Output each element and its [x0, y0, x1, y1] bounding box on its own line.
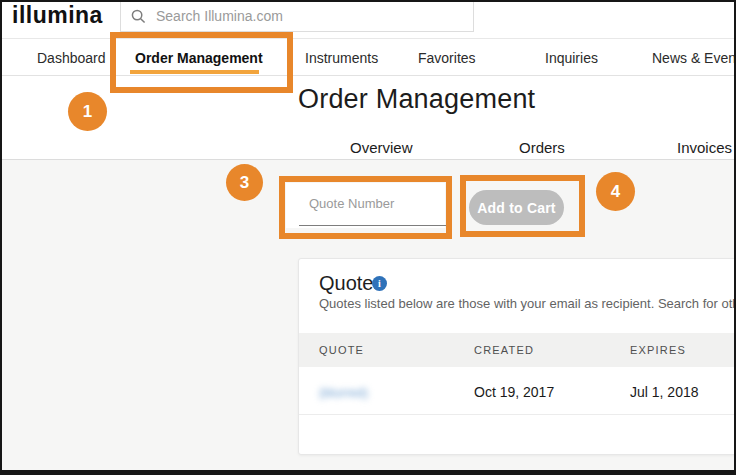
tab-overview[interactable]: Overview [350, 139, 413, 156]
column-header-expires: EXPIRES [630, 344, 686, 356]
search-placeholder: Search Illumina.com [156, 8, 283, 24]
annotation-box-add-to-cart [460, 175, 585, 237]
annotation-callout-4: 4 [596, 172, 635, 211]
tab-orders[interactable]: Orders [519, 139, 565, 156]
nav-item-inquiries[interactable]: Inquiries [545, 50, 598, 66]
expires-date-cell: Jul 1, 2018 [630, 384, 699, 400]
quotes-card-subtitle: Quotes listed below are those with your … [319, 296, 736, 311]
illumina-logo: illumina [12, 2, 103, 29]
page-title: Order Management [298, 84, 535, 115]
created-date-cell: Oct 19, 2017 [474, 384, 554, 400]
annotation-callout-1: 1 [68, 92, 107, 131]
search-icon [131, 9, 146, 24]
column-header-created: CREATED [474, 344, 534, 356]
info-icon[interactable]: i [372, 276, 387, 291]
nav-item-news-events[interactable]: News & Events [652, 50, 736, 66]
column-header-quote: QUOTE [319, 344, 364, 356]
tab-invoices[interactable]: Invoices [677, 139, 732, 156]
search-input[interactable]: Search Illumina.com [120, 0, 474, 32]
nav-item-instruments[interactable]: Instruments [305, 50, 378, 66]
annotation-box-order-management [110, 32, 293, 93]
quotes-card: Quotes i Quotes listed below are those w… [298, 258, 736, 455]
annotation-callout-3: 3 [226, 164, 263, 201]
table-row: (blurred) Oct 19, 2017 Jul 1, 2018 [299, 367, 736, 415]
nav-item-dashboard[interactable]: Dashboard [37, 50, 106, 66]
annotation-box-quote-input [279, 176, 452, 239]
nav-item-favorites[interactable]: Favorites [418, 50, 476, 66]
browser-screenshot: illumina Search Illumina.com Dashboard O… [0, 0, 736, 475]
quote-number-link-redacted[interactable]: (blurred) [319, 385, 368, 400]
quotes-table-header: QUOTE CREATED EXPIRES [299, 333, 736, 367]
